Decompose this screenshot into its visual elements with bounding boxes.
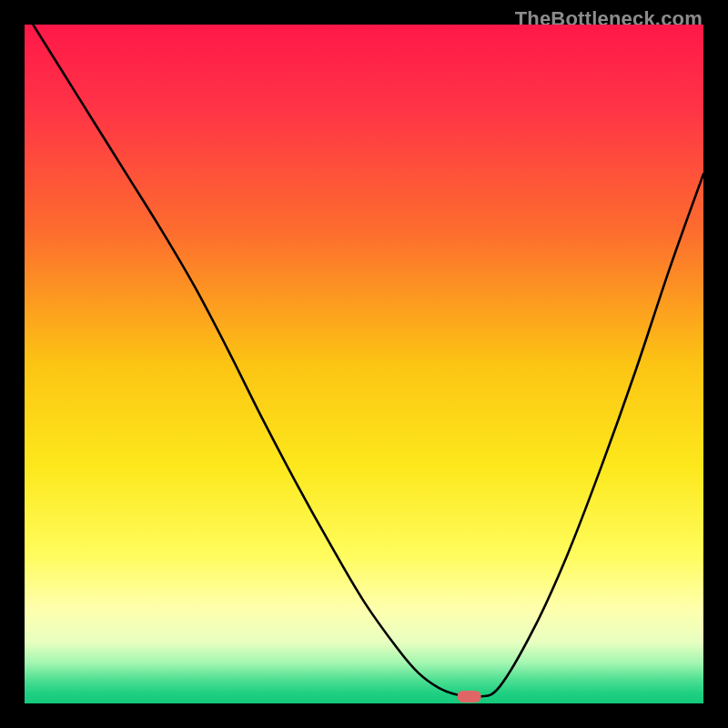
- chart-root: TheBottleneck.com: [0, 0, 728, 728]
- chart-svg: [25, 25, 703, 703]
- optimal-marker: [458, 691, 481, 703]
- plot-area: [25, 25, 703, 703]
